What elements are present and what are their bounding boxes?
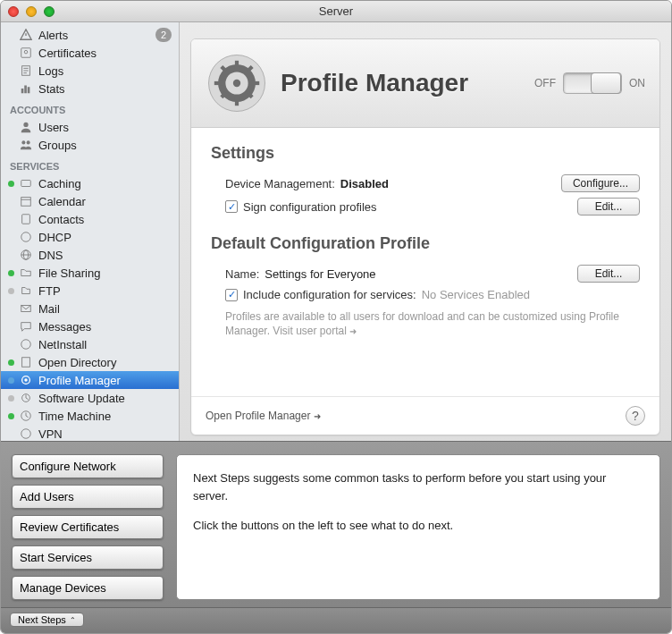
sign-profiles-label: Sign configuration profiles xyxy=(243,200,377,214)
review-certificates-button[interactable]: Review Certificates xyxy=(12,515,164,539)
sidebar-item-filesharing[interactable]: File Sharing xyxy=(1,264,179,282)
folder-icon xyxy=(19,266,33,280)
sidebar-item-label: Logs xyxy=(38,64,172,78)
alerts-badge: 2 xyxy=(155,28,172,42)
configure-button[interactable]: Configure... xyxy=(561,174,640,192)
sidebar-item-label: Certificates xyxy=(38,46,172,60)
sidebar-item-label: Open Directory xyxy=(38,356,172,369)
profile-name-row: Name: Settings for Everyone Edit... xyxy=(211,262,640,285)
page-title: Profile Manager xyxy=(281,69,522,97)
svg-rect-7 xyxy=(24,86,27,94)
arrow-icon: ➜ xyxy=(314,411,321,421)
device-management-row: Device Management: Disabled Configure... xyxy=(211,172,640,195)
sidebar-item-label: Groups xyxy=(38,139,172,152)
sidebar-item-users[interactable]: Users xyxy=(1,118,179,136)
sidebar-item-netinstall[interactable]: NetInstall xyxy=(1,335,179,353)
svg-point-1 xyxy=(24,50,28,54)
sidebar-section-accounts: ACCOUNTS xyxy=(1,97,179,118)
sidebar-item-label: File Sharing xyxy=(38,266,172,280)
profile-name-label: Name: xyxy=(225,267,259,281)
open-profile-manager-link[interactable]: Open Profile Manager ➜ xyxy=(206,410,321,422)
sidebar-item-dns[interactable]: DNS xyxy=(1,246,179,264)
panel-header: Profile Manager OFF ON xyxy=(191,39,659,128)
sidebar-item-softwareupdate[interactable]: Software Update xyxy=(1,389,179,407)
status-dot-icon xyxy=(8,395,14,402)
configure-network-button[interactable]: Configure Network xyxy=(12,454,164,478)
caching-icon xyxy=(19,176,33,190)
netinstall-icon xyxy=(19,337,33,351)
default-profile-heading: Default Configuration Profile xyxy=(211,234,640,253)
profile-hint: Profiles are available to all users for … xyxy=(211,304,640,338)
next-steps-line2: Click the buttons on the left to see wha… xyxy=(193,517,643,535)
sign-profiles-checkbox[interactable]: ✓ xyxy=(225,200,238,213)
status-dot-icon xyxy=(8,181,14,187)
status-dot-icon xyxy=(8,413,14,419)
sidebar-item-calendar[interactable]: Calendar xyxy=(1,192,179,210)
sidebar-item-label: Profile Manager xyxy=(38,374,172,387)
arrow-icon[interactable]: ➜ xyxy=(349,326,357,336)
chevron-up-icon: ⌃ xyxy=(70,616,76,624)
sidebar-item-dhcp[interactable]: DHCP xyxy=(1,228,179,246)
sidebar-item-caching[interactable]: Caching xyxy=(1,174,179,192)
ftp-icon xyxy=(19,283,33,298)
sidebar-item-groups[interactable]: Groups xyxy=(1,136,179,154)
sidebar-item-label: NetInstall xyxy=(38,338,172,351)
next-steps-toggle[interactable]: Next Steps ⌃ xyxy=(10,613,84,627)
toggle-on-label: ON xyxy=(629,77,645,89)
include-services-checkbox[interactable]: ✓ xyxy=(225,289,238,301)
directory-icon xyxy=(19,355,33,369)
certificate-icon xyxy=(19,46,33,60)
sidebar-item-label: DHCP xyxy=(38,231,172,244)
sidebar-item-label: Caching xyxy=(38,177,172,190)
sidebar-item-certificates[interactable]: Certificates xyxy=(1,44,179,62)
next-steps-buttons: Configure Network Add Users Review Certi… xyxy=(12,454,164,600)
sidebar-item-stats[interactable]: Stats xyxy=(1,80,179,97)
sidebar-item-profilemanager[interactable]: Profile Manager xyxy=(1,371,179,389)
svg-rect-22 xyxy=(22,358,30,368)
sidebar-section-services: SERVICES xyxy=(1,154,179,174)
status-dot-icon xyxy=(8,270,14,276)
vpn-icon xyxy=(19,427,33,441)
svg-rect-35 xyxy=(252,81,259,85)
titlebar[interactable]: Server xyxy=(1,1,671,22)
svg-point-27 xyxy=(21,429,31,439)
sidebar-item-ftp[interactable]: FTP xyxy=(1,282,179,300)
next-steps-line1: Next Steps suggests some common tasks to… xyxy=(193,469,643,504)
sidebar-item-contacts[interactable]: Contacts xyxy=(1,210,179,228)
user-icon xyxy=(19,120,33,134)
manage-devices-button[interactable]: Manage Devices xyxy=(12,576,164,600)
svg-rect-6 xyxy=(21,89,24,93)
edit-profile-button[interactable]: Edit... xyxy=(577,265,640,283)
sidebar-item-vpn[interactable]: VPN xyxy=(1,425,179,441)
sidebar-item-alerts[interactable]: Alerts 2 xyxy=(1,26,179,44)
gear-icon xyxy=(206,52,268,114)
sidebar-item-label: Contacts xyxy=(38,213,172,226)
sidebar-item-opendirectory[interactable]: Open Directory xyxy=(1,353,179,371)
edit-sign-button[interactable]: Edit... xyxy=(577,198,640,216)
open-profile-manager-label: Open Profile Manager xyxy=(206,410,310,422)
include-services-label: Include configuration for services: xyxy=(243,288,416,301)
add-users-button[interactable]: Add Users xyxy=(12,485,164,509)
mail-icon xyxy=(19,301,33,316)
gear-icon xyxy=(19,373,33,387)
include-services-value: No Services Enabled xyxy=(422,288,530,301)
sidebar-item-mail[interactable]: Mail xyxy=(1,300,179,317)
sidebar-item-timemachine[interactable]: Time Machine xyxy=(1,407,179,425)
sidebar-item-messages[interactable]: Messages xyxy=(1,317,179,335)
svg-rect-8 xyxy=(28,87,30,93)
sidebar-item-logs[interactable]: Logs xyxy=(1,62,179,80)
content-panel: Profile Manager OFF ON Settings Device M… xyxy=(190,38,660,435)
svg-point-11 xyxy=(27,140,30,144)
next-steps-text: Next Steps suggests some common tasks to… xyxy=(176,454,660,600)
service-toggle[interactable] xyxy=(563,72,622,94)
svg-rect-33 xyxy=(235,98,239,106)
sidebar-item-label: Users xyxy=(38,121,172,134)
panel-footer: Open Profile Manager ➜ ? xyxy=(191,396,659,435)
sidebar-item-label: Alerts xyxy=(38,29,155,42)
start-services-button[interactable]: Start Services xyxy=(12,545,164,570)
sidebar-item-label: Time Machine xyxy=(38,410,172,423)
svg-point-16 xyxy=(21,232,31,242)
help-button[interactable]: ? xyxy=(626,406,645,426)
svg-rect-32 xyxy=(235,61,239,68)
sidebar-item-label: Messages xyxy=(38,320,172,334)
